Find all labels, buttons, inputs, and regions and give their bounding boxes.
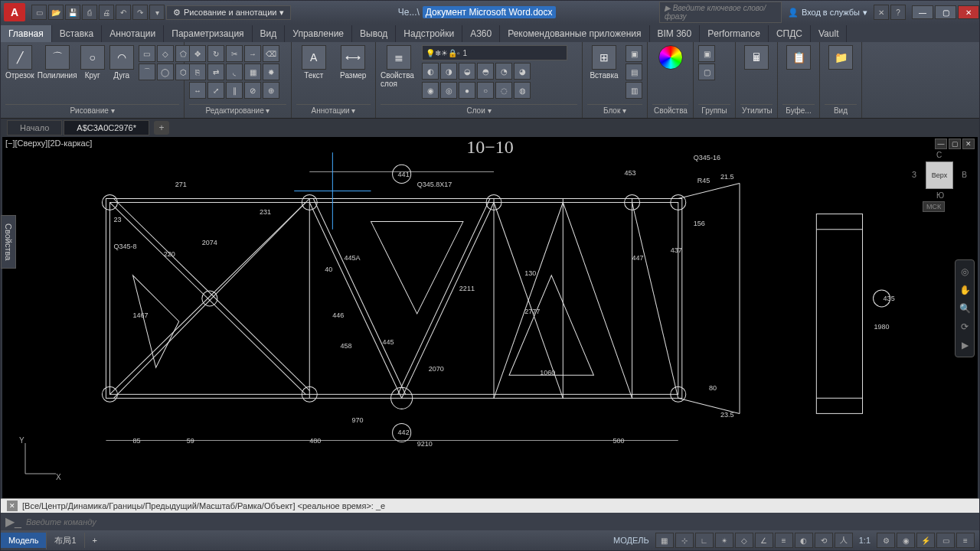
search-input[interactable]: ▶ Введите ключевое слово/фразу [659, 2, 782, 23]
layer-tool-icon[interactable]: ◎ [440, 82, 457, 99]
properties-button[interactable] [652, 45, 688, 70]
block-icon[interactable]: ▣ [626, 45, 642, 62]
offset-icon[interactable]: ∥ [226, 82, 243, 99]
insert-block-button[interactable]: ⊞Вставка [587, 45, 621, 80]
close-history-icon[interactable]: ✕ [7, 500, 18, 511]
ribbon-tab-0[interactable]: Главная [1, 25, 52, 42]
panel-modify-label[interactable]: Редактирование ▾ [189, 104, 286, 116]
close-button[interactable]: ✕ [958, 5, 979, 19]
drawing-canvas[interactable]: [−][Сверху][2D-каркас] —▢✕ 10−10 С Ю З В… [2, 137, 978, 498]
snap-icon[interactable]: ⊹ [675, 533, 694, 548]
viewcube-face[interactable]: Верх [926, 161, 953, 189]
group-icon[interactable]: ▣ [698, 45, 715, 62]
paste-button[interactable]: 📋 [782, 45, 815, 70]
panel-annot-label[interactable]: Аннотации ▾ [296, 104, 371, 116]
qat-save-icon[interactable]: 💾 [65, 5, 80, 20]
status-model-label[interactable]: МОДЕЛЬ [609, 536, 654, 545]
trim-icon[interactable]: ✂ [226, 45, 243, 62]
layer-dropdown[interactable]: 💡❄☀🔒▫ 1 [422, 45, 567, 60]
tool-Размер[interactable]: ⟷Размер [336, 45, 371, 80]
workspace-dropdown[interactable]: ⚙ Рисование и аннотации ▾ [166, 5, 291, 20]
viewport-label[interactable]: [−][Сверху][2D-каркас] [5, 139, 92, 148]
layer-tool-icon[interactable]: ◕ [514, 63, 531, 80]
ribbon-tab-12[interactable]: СПДС [769, 25, 811, 42]
viewport-min-icon[interactable]: — [935, 139, 947, 149]
minimize-button[interactable]: — [912, 5, 933, 19]
command-input[interactable] [26, 517, 975, 527]
copy-icon[interactable]: ⎘ [189, 64, 206, 80]
draw-sm-icon[interactable]: ◯ [157, 64, 174, 80]
ribbon-tab-10[interactable]: BIM 360 [650, 25, 701, 42]
ungroup-icon[interactable]: ▢ [698, 64, 715, 80]
layer-tool-icon[interactable]: ◌ [495, 82, 512, 99]
qat-redo-icon[interactable]: ↷ [132, 5, 148, 20]
coordsys-label[interactable]: МСК [923, 201, 945, 212]
array-icon[interactable]: ▦ [244, 64, 261, 80]
grid-icon[interactable]: ▦ [655, 533, 674, 548]
signin-menu[interactable]: 👤 Вход в службы ▾ [783, 8, 872, 18]
join-icon[interactable]: ⊕ [263, 82, 279, 99]
ribbon-tab-2[interactable]: Аннотации [102, 25, 164, 42]
add-layout-button[interactable]: + [84, 533, 105, 548]
ribbon-tab-8[interactable]: A360 [462, 25, 500, 42]
stretch-icon[interactable]: ↔ [189, 82, 206, 99]
break-icon[interactable]: ⊘ [244, 82, 261, 99]
doc-tab[interactable]: A$C3A0C2976* [64, 120, 149, 135]
tool-Текст[interactable]: AТекст [296, 45, 332, 80]
model-tab[interactable]: Модель [1, 533, 46, 548]
tool-Круг[interactable]: ○Круг [80, 45, 105, 80]
layer-tool-icon[interactable]: ◉ [422, 82, 439, 99]
ribbon-tab-13[interactable]: Vault [811, 25, 847, 42]
qat-undo-icon[interactable]: ↶ [116, 5, 131, 20]
panel-draw-label[interactable]: Рисование ▾ [5, 104, 179, 116]
layout-tab[interactable]: 布局1 [46, 532, 83, 549]
ribbon-tab-4[interactable]: Вид [253, 25, 286, 42]
layer-tool-icon[interactable]: ◑ [440, 63, 457, 80]
tool-Полилиния[interactable]: ⌒Полилиния [39, 45, 76, 80]
block-icon[interactable]: ▥ [626, 82, 642, 99]
scale-label[interactable]: 1:1 [854, 536, 875, 545]
layer-tool-icon[interactable]: ● [459, 82, 475, 99]
ortho-icon[interactable]: ∟ [695, 533, 714, 548]
layer-properties-button[interactable]: ≣Свойства слоя [381, 45, 417, 88]
block-icon[interactable]: ▤ [626, 64, 642, 80]
rotate-icon[interactable]: ↻ [207, 45, 224, 62]
qat-open-icon[interactable]: 📂 [48, 5, 64, 20]
panel-layers-label[interactable]: Слои ▾ [381, 104, 577, 116]
layer-tool-icon[interactable]: ○ [477, 82, 494, 99]
qat-new-icon[interactable]: ▭ [31, 5, 47, 20]
scale-icon[interactable]: ⤢ [207, 82, 224, 99]
draw-sm-icon[interactable]: ▭ [139, 45, 155, 62]
layer-tool-icon[interactable]: ◔ [495, 63, 512, 80]
osnap-icon[interactable]: ◇ [735, 533, 753, 548]
ribbon-tab-7[interactable]: Надстройки [396, 25, 462, 42]
help-icon[interactable]: ? [890, 5, 906, 20]
layer-tool-icon[interactable]: ◐ [422, 63, 439, 80]
ribbon-tab-3[interactable]: Параметризация [164, 25, 252, 42]
erase-icon[interactable]: ⌫ [263, 45, 279, 62]
polar-icon[interactable]: ✴ [715, 533, 733, 548]
move-icon[interactable]: ✥ [189, 45, 206, 62]
view-cube[interactable]: С Ю З В Верх МСК [916, 152, 962, 198]
explode-icon[interactable]: ✹ [263, 64, 279, 80]
fillet-icon[interactable]: ◟ [226, 64, 243, 80]
extend-icon[interactable]: → [244, 45, 261, 62]
qat-saveas-icon[interactable]: ⎙ [82, 5, 97, 20]
viewport-close-icon[interactable]: ✕ [962, 139, 975, 149]
customize-icon[interactable]: ≡ [956, 533, 975, 548]
exchange-icon[interactable]: ✕ [874, 5, 889, 20]
ribbon-tab-6[interactable]: Вывод [352, 25, 396, 42]
mirror-icon[interactable]: ⇄ [207, 64, 224, 80]
ribbon-tab-9[interactable]: Рекомендованные приложения [500, 25, 649, 42]
settings-icon[interactable]: ⚙ [877, 533, 895, 548]
add-tab-button[interactable]: + [154, 121, 169, 135]
tool-Отрезок[interactable]: ╱Отрезок [5, 45, 34, 80]
qat-plot-icon[interactable]: 🖨 [99, 5, 114, 20]
utilities-button[interactable]: 🖩 [740, 45, 773, 70]
command-line[interactable]: ▶_ [1, 513, 979, 530]
doc-tab[interactable]: Начало [7, 120, 62, 135]
otrack-icon[interactable]: ∠ [755, 533, 773, 548]
draw-sm-icon[interactable]: ⌒ [139, 64, 155, 80]
lineweight-icon[interactable]: ≡ [775, 533, 793, 548]
viewport-max-icon[interactable]: ▢ [949, 139, 961, 149]
